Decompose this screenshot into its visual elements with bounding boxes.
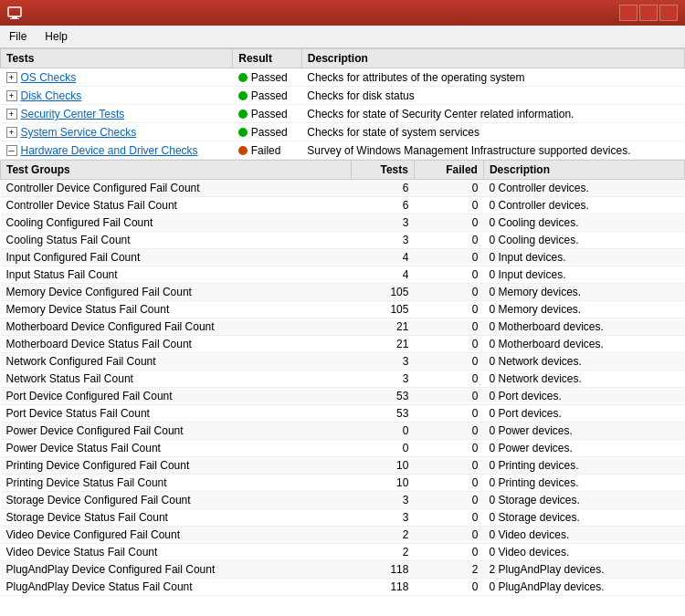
detail-description: 0 Memory devices. <box>483 301 684 318</box>
detail-table-wrapper[interactable]: Test Groups Tests Failed Description Con… <box>0 160 685 600</box>
result-label: Passed <box>251 71 288 84</box>
menu-help[interactable]: Help <box>36 27 77 46</box>
detail-failed: 0 <box>414 457 483 475</box>
detail-row: Port Device Status Fail Count 53 0 0 Por… <box>1 405 685 423</box>
menu-file[interactable]: File <box>0 27 36 46</box>
expand-icon[interactable]: + <box>6 109 17 120</box>
detail-tests: 4 <box>351 266 414 284</box>
status-dot <box>238 146 248 155</box>
expand-icon[interactable]: + <box>6 127 17 138</box>
result-label: Passed <box>251 89 288 102</box>
detail-failed: 0 <box>414 509 483 527</box>
summary-test-name[interactable]: + OS Checks <box>1 68 233 87</box>
detail-group: Input Status Fail Count <box>1 266 352 284</box>
detail-tests: 53 <box>351 388 414 405</box>
detail-col-tests: Tests <box>351 161 414 180</box>
detail-failed: 0 <box>414 284 483 301</box>
detail-failed: 0 <box>414 232 483 249</box>
detail-group: Network Status Fail Count <box>1 371 352 388</box>
detail-failed: 0 <box>414 492 483 509</box>
detail-group: Storage Device Configured Fail Count <box>1 492 352 509</box>
detail-group: Input Configured Fail Count <box>1 249 352 266</box>
detail-table: Test Groups Tests Failed Description Con… <box>0 160 685 596</box>
expand-icon[interactable]: + <box>6 72 17 83</box>
detail-row: Port Device Configured Fail Count 53 0 0… <box>1 388 685 405</box>
minimize-button[interactable] <box>619 5 638 21</box>
detail-description: 0 Motherboard devices. <box>483 336 684 353</box>
summary-result: Passed <box>233 123 302 141</box>
test-link[interactable]: OS Checks <box>21 71 77 84</box>
app-icon <box>7 5 22 20</box>
svg-rect-1 <box>12 16 17 18</box>
detail-failed: 0 <box>414 579 483 596</box>
main-content: Tests Result Description + OS Checks Pas… <box>0 48 685 616</box>
summary-row: ─ Hardware Device and Driver Checks Fail… <box>1 141 685 160</box>
detail-row: Storage Device Status Fail Count 3 0 0 S… <box>1 509 685 527</box>
detail-group: Controller Device Configured Fail Count <box>1 180 352 197</box>
detail-failed: 0 <box>414 475 483 492</box>
summary-test-name[interactable]: + Security Center Tests <box>1 105 233 123</box>
detail-description: 0 Power devices. <box>483 440 684 457</box>
summary-test-name[interactable]: + Disk Checks <box>1 87 233 105</box>
test-link[interactable]: Security Center Tests <box>21 108 125 120</box>
detail-row: Cooling Configured Fail Count 3 0 0 Cool… <box>1 214 685 232</box>
expand-control[interactable]: + OS Checks <box>6 71 77 84</box>
summary-result: Passed <box>233 68 302 87</box>
result-label: Failed <box>251 144 281 157</box>
summary-row: + Security Center Tests Passed Checks fo… <box>1 105 685 123</box>
detail-row: Power Device Configured Fail Count 0 0 0… <box>1 423 685 440</box>
detail-failed: 0 <box>414 405 483 423</box>
detail-description: 0 Printing devices. <box>483 475 684 492</box>
detail-group: Controller Device Status Fail Count <box>1 197 352 214</box>
detail-description: 0 Cooling devices. <box>483 232 684 249</box>
col-result: Result <box>233 49 302 68</box>
test-link[interactable]: System Service Checks <box>21 126 137 139</box>
detail-failed: 0 <box>414 301 483 318</box>
detail-description: 0 Video devices. <box>483 544 684 561</box>
detail-row: Video Device Status Fail Count 2 0 0 Vid… <box>1 544 685 561</box>
detail-failed: 0 <box>414 371 483 388</box>
detail-row: PlugAndPlay Device Configured Fail Count… <box>1 561 685 579</box>
summary-test-name[interactable]: ─ Hardware Device and Driver Checks <box>1 141 233 160</box>
expand-control[interactable]: + Security Center Tests <box>6 108 125 120</box>
expand-control[interactable]: + Disk Checks <box>6 89 82 102</box>
close-button[interactable] <box>659 5 678 21</box>
expand-control[interactable]: + System Service Checks <box>6 126 137 139</box>
title-bar <box>0 0 685 26</box>
summary-description: Checks for attributes of the operating s… <box>301 68 684 87</box>
expand-control[interactable]: ─ Hardware Device and Driver Checks <box>6 144 198 157</box>
detail-group: Power Device Status Fail Count <box>1 440 352 457</box>
summary-description: Checks for state of Security Center rela… <box>301 105 684 123</box>
menu-bar: File Help <box>0 26 685 48</box>
detail-row: Memory Device Status Fail Count 105 0 0 … <box>1 301 685 318</box>
expand-icon[interactable]: + <box>6 90 17 101</box>
detail-row: Controller Device Configured Fail Count … <box>1 180 685 197</box>
detail-tests: 0 <box>351 440 414 457</box>
detail-description: 0 Port devices. <box>483 388 684 405</box>
detail-group: Printing Device Status Fail Count <box>1 475 352 492</box>
detail-tests: 6 <box>351 180 414 197</box>
test-link[interactable]: Hardware Device and Driver Checks <box>21 144 198 157</box>
window-controls <box>619 5 678 21</box>
expand-icon[interactable]: ─ <box>6 145 17 156</box>
summary-test-name[interactable]: + System Service Checks <box>1 123 233 141</box>
detail-row: PlugAndPlay Device Status Fail Count 118… <box>1 579 685 596</box>
detail-failed: 0 <box>414 197 483 214</box>
detail-col-groups: Test Groups <box>1 161 352 180</box>
detail-group: Printing Device Configured Fail Count <box>1 457 352 475</box>
detail-row: Cooling Status Fail Count 3 0 0 Cooling … <box>1 232 685 249</box>
detail-failed: 0 <box>414 423 483 440</box>
detail-row: Input Status Fail Count 4 0 0 Input devi… <box>1 266 685 284</box>
detail-failed: 0 <box>414 440 483 457</box>
detail-failed: 2 <box>414 561 483 579</box>
detail-group: Motherboard Device Configured Fail Count <box>1 318 352 336</box>
test-link[interactable]: Disk Checks <box>21 89 82 102</box>
detail-failed: 0 <box>414 180 483 197</box>
detail-group: Video Device Status Fail Count <box>1 544 352 561</box>
svg-rect-2 <box>10 18 19 19</box>
summary-row: + OS Checks Passed Checks for attributes… <box>1 68 685 87</box>
detail-tests: 118 <box>351 579 414 596</box>
maximize-button[interactable] <box>639 5 658 21</box>
detail-tests: 2 <box>351 544 414 561</box>
detail-failed: 0 <box>414 266 483 284</box>
